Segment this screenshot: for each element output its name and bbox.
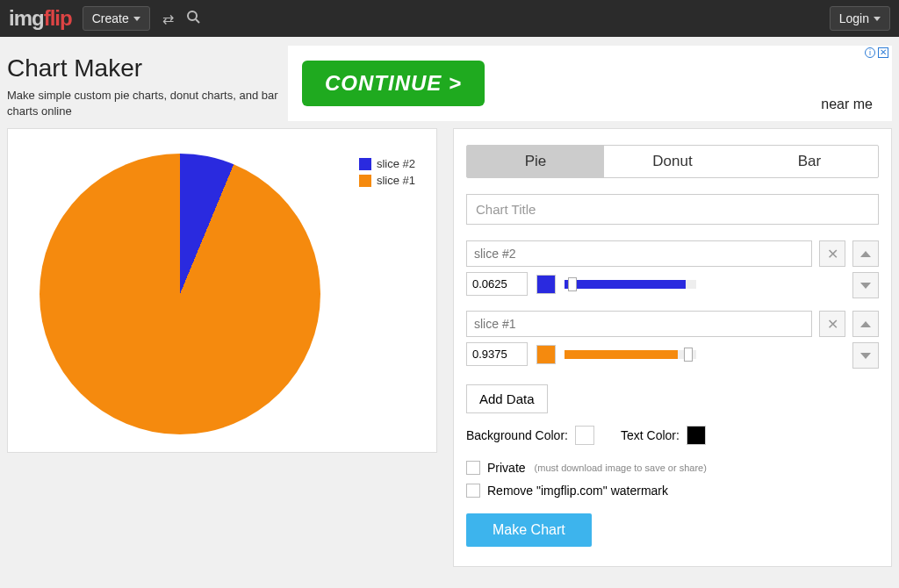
slice-name-input[interactable] (466, 240, 812, 267)
ad-close-icon[interactable]: ✕ (878, 47, 888, 58)
delete-slice-button[interactable]: ✕ (819, 240, 845, 267)
move-up-button[interactable] (852, 311, 879, 337)
slice-value-input[interactable] (466, 272, 528, 296)
logo-text-b: flip (44, 6, 72, 30)
legend-item: slice #1 (359, 174, 415, 187)
text-color-label: Text Color: (621, 428, 680, 442)
controls-panel: Pie Donut Bar ✕ (453, 128, 892, 567)
svg-point-0 (188, 11, 197, 20)
bg-color-label: Background Color: (466, 428, 568, 442)
legend-label: slice #1 (377, 174, 415, 187)
slice-color-picker[interactable] (536, 275, 556, 294)
slider-thumb[interactable] (568, 277, 577, 291)
slice-name-input[interactable] (466, 311, 812, 337)
chevron-down-icon (133, 17, 140, 21)
move-up-button[interactable] (852, 240, 879, 267)
private-checkbox[interactable] (466, 461, 480, 475)
page-subtitle: Make simple custom pie charts, donut cha… (7, 88, 279, 119)
ad-info-icon[interactable]: i (865, 47, 875, 58)
tab-pie[interactable]: Pie (467, 146, 604, 177)
move-down-button[interactable] (852, 272, 879, 298)
chevron-up-icon (860, 321, 871, 327)
slice-value-input[interactable] (466, 342, 528, 366)
chevron-down-icon (874, 17, 881, 21)
svg-line-1 (196, 19, 199, 23)
slice-slider[interactable] (565, 350, 696, 359)
chevron-up-icon (860, 251, 871, 257)
logo-text-a: img (9, 6, 44, 30)
tab-bar[interactable]: Bar (741, 146, 878, 177)
login-button[interactable]: Login (830, 6, 890, 31)
legend-swatch (359, 158, 371, 170)
chevron-down-icon (860, 353, 871, 359)
chevron-down-icon (860, 283, 871, 289)
page-title: Chart Maker (7, 54, 279, 82)
chart-type-tabs: Pie Donut Bar (466, 145, 879, 178)
login-label: Login (839, 11, 869, 25)
ad-cta[interactable]: CONTINUE > (302, 61, 485, 106)
add-data-button[interactable]: Add Data (466, 384, 548, 413)
create-label: Create (92, 11, 129, 25)
search-icon[interactable] (186, 10, 200, 27)
tab-donut[interactable]: Donut (604, 146, 741, 177)
legend-label: slice #2 (377, 157, 415, 170)
ad-tagline: near me (821, 97, 873, 112)
chart-preview: slice #2 slice #1 (7, 128, 437, 453)
header-bar: imgflip Create ⇄ Login (0, 0, 899, 37)
ad-banner[interactable]: CONTINUE > near me i ✕ (288, 46, 892, 121)
ad-info[interactable]: i ✕ (865, 47, 888, 58)
slice-row: ✕ (466, 311, 879, 369)
create-button[interactable]: Create (83, 6, 150, 31)
chart-title-input[interactable] (466, 194, 879, 225)
legend-item: slice #2 (359, 157, 415, 170)
legend: slice #2 slice #1 (359, 157, 415, 190)
title-block: Chart Maker Make simple custom pie chart… (7, 46, 279, 119)
slice-slider[interactable] (565, 280, 696, 289)
move-down-button[interactable] (852, 342, 879, 369)
legend-swatch (359, 175, 371, 187)
slice-color-picker[interactable] (536, 345, 556, 364)
delete-slice-button[interactable]: ✕ (819, 311, 845, 337)
private-hint: (must download image to save or share) (535, 463, 707, 473)
slider-thumb[interactable] (684, 348, 693, 362)
bg-color-picker[interactable] (575, 426, 594, 445)
private-label: Private (487, 461, 526, 475)
text-color-picker[interactable] (687, 426, 706, 445)
remove-watermark-label: Remove "imgflip.com" watermark (487, 484, 668, 498)
remove-watermark-checkbox[interactable] (466, 484, 480, 498)
shuffle-icon[interactable]: ⇄ (162, 11, 174, 27)
logo[interactable]: imgflip (9, 6, 72, 31)
slice-row: ✕ (466, 240, 879, 298)
pie-chart (40, 154, 320, 434)
make-chart-button[interactable]: Make Chart (466, 513, 592, 547)
